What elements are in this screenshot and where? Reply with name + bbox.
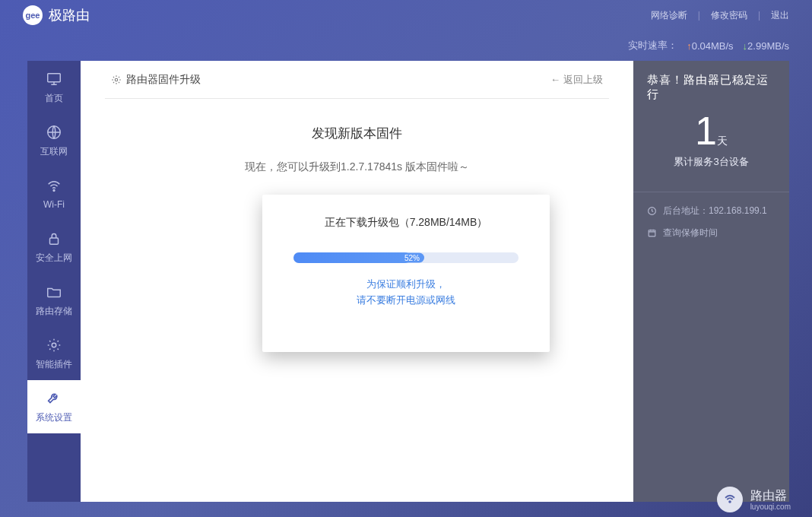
modal-hint: 为保证顺利升级， 请不要断开电源或网线 xyxy=(293,277,519,309)
brand-icon xyxy=(717,487,743,512)
svg-point-8 xyxy=(729,501,731,503)
modal-overlay: 正在下载升级包（7.28MB/14MB） 52% 为保证顺利升级， 请不要断开电… xyxy=(0,0,812,517)
progress-fill: 52% xyxy=(293,252,411,263)
progress-bar: 52% xyxy=(293,252,519,263)
brand-watermark: 路由器 luyouqi.com xyxy=(717,487,791,512)
modal-title: 正在下载升级包（7.28MB/14MB） xyxy=(293,216,519,230)
download-modal: 正在下载升级包（7.28MB/14MB） 52% 为保证顺利升级， 请不要断开电… xyxy=(262,195,550,352)
progress-percent: 52% xyxy=(400,253,424,263)
